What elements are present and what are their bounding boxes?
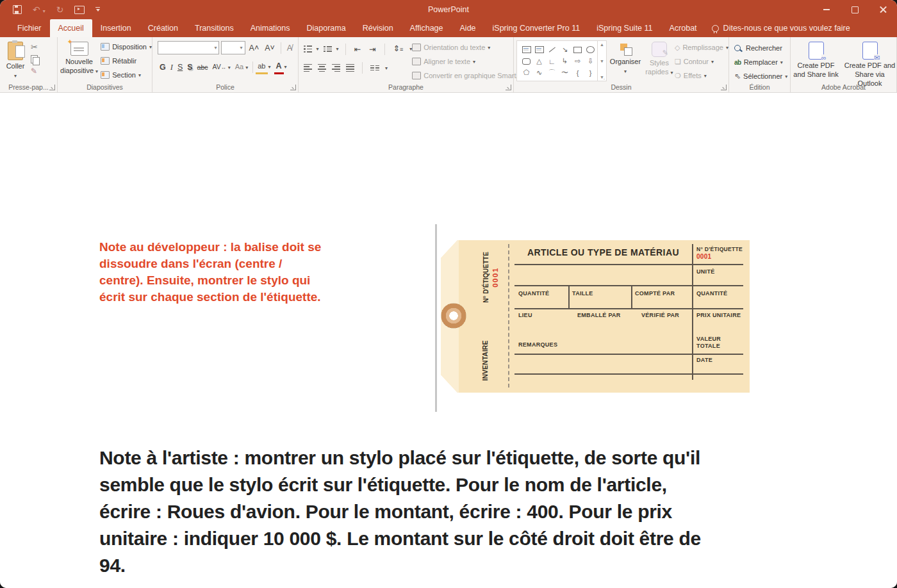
artist-note-textbox[interactable]: Note à l'artiste : montrer un stylo plac…: [99, 445, 701, 579]
justify-icon[interactable]: [346, 64, 354, 72]
section-button[interactable]: Section▾: [101, 68, 152, 82]
shape-elbow-icon[interactable]: ∟: [546, 56, 558, 67]
dev-note-line: centre). Ensuite, montrer le stylo qui: [99, 272, 321, 289]
cut-icon[interactable]: ✂: [31, 43, 38, 51]
replace-button[interactable]: abRemplacer▾: [734, 55, 790, 69]
decrease-indent-icon[interactable]: ⇤: [352, 43, 363, 56]
smartart-button[interactable]: Convertir en graphique SmartArt▾: [412, 69, 530, 83]
quick-styles-label: Stylesrapides ▾: [645, 59, 673, 77]
shape-arrow-icon[interactable]: ↘: [559, 44, 571, 55]
group-label-paragraph: Paragraphe: [299, 83, 513, 91]
character-spacing-icon[interactable]: AV↔ ▾: [211, 60, 233, 74]
select-button[interactable]: ⇖Sélectionner▾: [734, 69, 790, 83]
tab-ispring-converter[interactable]: iSpring Converter Pro 11: [484, 19, 589, 37]
shape-vertical-textbox-icon[interactable]: [535, 46, 544, 53]
tab-transitions[interactable]: Transitions: [186, 19, 242, 37]
developer-note-textbox[interactable]: Note au développeur : la balise doit se …: [99, 239, 321, 306]
font-color-icon[interactable]: A: [274, 60, 284, 74]
shape-arc-icon[interactable]: ⌒: [546, 67, 558, 78]
tab-creation[interactable]: Création: [140, 19, 186, 37]
align-text-button[interactable]: Aligner le texte▾: [412, 54, 530, 69]
underline-icon[interactable]: S: [176, 61, 185, 74]
change-case-icon[interactable]: Aa ▾: [233, 60, 251, 74]
shapes-more-icon: ▼̱: [600, 75, 604, 79]
layout-button[interactable]: Disposition▾: [101, 40, 152, 54]
minimize-button[interactable]: [812, 0, 841, 19]
tab-revision[interactable]: Révision: [354, 19, 402, 37]
tab-accueil[interactable]: Accueil: [50, 19, 92, 37]
italic-icon[interactable]: I: [169, 61, 175, 74]
inventory-tag-image[interactable]: N° D'ÉTIQUETTE 0001 INVENTAIRE ARTICLE O…: [441, 240, 750, 393]
slide-canvas[interactable]: Note au développeur : la balise doit se …: [0, 93, 897, 588]
tab-affichage[interactable]: Affichage: [402, 19, 452, 37]
shape-textbox-icon[interactable]: [522, 46, 531, 53]
shape-oval-icon[interactable]: [586, 46, 595, 53]
shape-elbow-arrow-icon[interactable]: ↳: [559, 56, 571, 67]
find-button[interactable]: Rechercher: [734, 41, 790, 55]
align-right-icon[interactable]: [332, 64, 340, 72]
tab-aide[interactable]: Aide: [452, 19, 484, 37]
clear-formatting-icon[interactable]: A̸: [285, 42, 294, 54]
highlight-dropdown-icon[interactable]: ▾: [268, 64, 271, 70]
pdf-mail-icon: ✉: [862, 42, 878, 60]
dev-note-line: Note au développeur : la balise doit se: [99, 239, 321, 256]
tab-insertion[interactable]: Insertion: [92, 19, 140, 37]
font-name-combo[interactable]: ▾: [158, 41, 219, 54]
align-center-icon[interactable]: [318, 64, 326, 72]
highlight-color-icon[interactable]: ab: [256, 60, 267, 74]
increase-indent-icon[interactable]: ⇥: [367, 43, 377, 56]
shape-block-arrow-right-icon[interactable]: ⇨: [572, 56, 584, 67]
tab-fichier[interactable]: Fichier: [9, 19, 50, 37]
group-drawing: ↘ △ ∟ ↳ ⇨ ⇩ ⬠ ∿ ⌒ 〜 { } ▲▼▼̱: [514, 37, 729, 92]
close-button[interactable]: [869, 0, 897, 19]
align-text-icon: [412, 58, 421, 65]
font-size-combo[interactable]: ▾: [221, 41, 245, 54]
grow-font-icon[interactable]: A˄: [247, 42, 261, 54]
line-spacing-icon[interactable]: ⇕≡: [391, 42, 406, 56]
strikethrough-icon[interactable]: abc: [195, 61, 210, 74]
shape-rectangle-icon[interactable]: [573, 47, 582, 53]
tag-packed-by-label: EMBALLÉ PAR: [577, 312, 621, 318]
shape-effects-button[interactable]: ❍Effets▾: [675, 69, 728, 83]
drawing-dialog-launcher[interactable]: [721, 85, 727, 90]
layout-icon: [101, 43, 110, 51]
tab-ispring-suite[interactable]: iSpring Suite 11: [588, 19, 661, 37]
copy-icon[interactable]: [31, 55, 38, 63]
shape-fill-icon: ◇: [675, 44, 680, 52]
tab-acrobat[interactable]: Acrobat: [661, 19, 705, 37]
shape-rounded-rectangle-icon[interactable]: [522, 58, 531, 65]
bullets-icon[interactable]: [304, 45, 312, 53]
paragraph-dialog-launcher[interactable]: [506, 85, 511, 90]
restore-button[interactable]: [841, 0, 869, 19]
font-color-dropdown-icon[interactable]: ▾: [284, 64, 287, 70]
tab-diaporama[interactable]: Diaporama: [299, 19, 354, 37]
format-painter-icon[interactable]: ✎: [31, 67, 38, 75]
shape-block-arrow-down-icon[interactable]: ⇩: [584, 56, 597, 67]
text-shadow-icon[interactable]: S: [185, 61, 194, 74]
shape-fill-button[interactable]: ◇Remplissage▾: [675, 40, 728, 54]
shape-freeform-icon[interactable]: ⬠: [520, 67, 532, 78]
font-dialog-launcher[interactable]: [290, 85, 296, 90]
shrink-font-icon[interactable]: A˅: [263, 42, 277, 54]
shapes-scrollbar[interactable]: ▲▼▼̱: [597, 41, 606, 81]
shape-line-icon[interactable]: [548, 47, 555, 52]
replace-icon: ab: [734, 59, 741, 66]
reset-button[interactable]: Rétablir: [101, 54, 152, 68]
tab-animations[interactable]: Animations: [242, 19, 299, 37]
bold-icon[interactable]: G: [158, 61, 168, 74]
columns-icon[interactable]: [370, 65, 379, 71]
shape-brace-left-icon[interactable]: {: [572, 67, 584, 78]
shape-curve-icon[interactable]: 〜: [559, 67, 571, 78]
shape-brace-right-icon[interactable]: }: [584, 67, 597, 78]
shape-outline-button[interactable]: ❏Contour▾: [675, 54, 728, 69]
shape-scribble-icon[interactable]: ∿: [533, 67, 545, 78]
align-left-icon[interactable]: [304, 64, 312, 72]
new-slide-icon: ✦: [70, 42, 88, 56]
tag-counted-by-label: COMPTÉ PAR: [635, 290, 675, 297]
numbering-icon[interactable]: [324, 46, 332, 52]
text-direction-button[interactable]: Orientation du texte▾: [412, 40, 530, 54]
clipboard-dialog-launcher[interactable]: [49, 85, 55, 90]
tell-me-box[interactable]: Dites-nous ce que vous voulez faire: [705, 19, 857, 37]
shapes-grid[interactable]: ↘ △ ∟ ↳ ⇨ ⇩ ⬠ ∿ ⌒ 〜 { }: [517, 41, 597, 81]
shape-triangle-icon[interactable]: △: [533, 56, 545, 67]
